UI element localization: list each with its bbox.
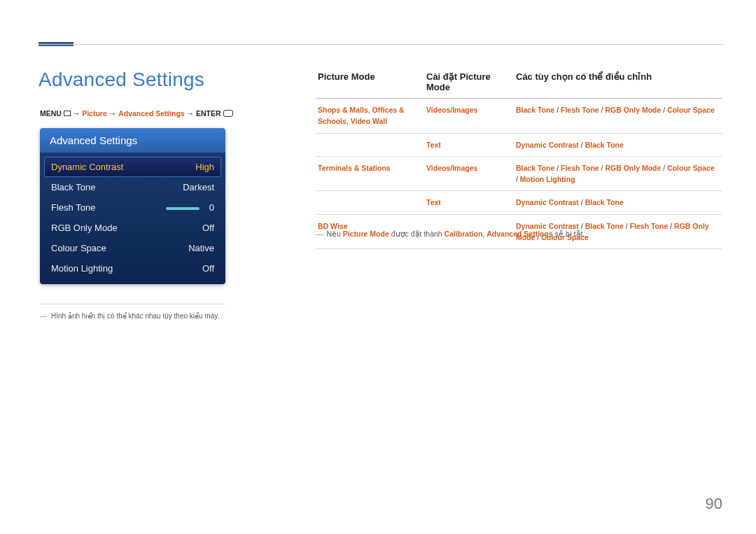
osd-row-label: RGB Only Mode: [51, 223, 118, 233]
footnote: ―Nếu Picture Mode được đặt thành Calibra…: [316, 230, 584, 238]
dash-icon: ―: [316, 230, 324, 238]
option-name: Black Tone: [516, 106, 554, 114]
breadcrumb-arrow: →: [187, 109, 196, 118]
footnote-pre: Nếu: [327, 230, 343, 238]
text-sep: /: [554, 164, 561, 172]
option-name: Black Tone: [585, 222, 624, 230]
osd-header: Advanced Settings: [40, 128, 225, 153]
osd-row-label: Motion Lighting: [51, 263, 113, 274]
osd-row-value-wrap: Native: [188, 243, 214, 253]
osd-row-value: Darkest: [183, 182, 214, 192]
osd-row-value-wrap: Darkest: [183, 182, 214, 192]
option-name: Dynamic Contrast: [516, 198, 579, 206]
osd-row-label: Black Tone: [51, 182, 95, 192]
osd-row[interactable]: Motion LightingOff: [44, 258, 221, 279]
option-name: Dynamic Contrast: [516, 141, 579, 149]
option-name: Colour Space: [667, 164, 715, 172]
osd-row[interactable]: RGB Only ModeOff: [44, 218, 221, 238]
mode-name: Video Wall: [351, 117, 388, 125]
th-picture-mode: Picture Mode: [316, 71, 425, 99]
option-name: Colour Space: [667, 106, 715, 114]
enter-icon: [223, 110, 233, 117]
osd-body: Dynamic ContrastHighBlack ToneDarkestFle…: [40, 153, 225, 284]
cell-setting: Text: [425, 133, 514, 156]
footnote-cal: Calibration: [444, 230, 483, 238]
osd-divider: [40, 304, 225, 304]
option-name: Black Tone: [516, 164, 554, 172]
breadcrumb-picture: Picture: [82, 109, 107, 118]
osd-row-label: Colour Space: [51, 243, 106, 253]
text-sep: /: [624, 222, 630, 230]
options-table: Picture Mode Cài đặt Picture Mode Các tù…: [316, 71, 722, 249]
osd-panel: Advanced Settings Dynamic ContrastHighBl…: [40, 128, 225, 284]
osd-row-value: 0: [209, 202, 214, 213]
osd-row-value-wrap: High: [195, 162, 214, 172]
breadcrumb: MENU → Picture → Advanced Settings → ENT…: [40, 109, 233, 118]
th-picture-mode-setting: Cài đặt Picture Mode: [425, 71, 514, 99]
osd-row-value: Off: [202, 263, 214, 274]
breadcrumb-enter: ENTER: [196, 109, 221, 118]
text-sep: /: [579, 198, 585, 206]
cell-mode: Shops & Malls, Offices & Schools, Video …: [316, 99, 425, 134]
option-name: Motion Lighting: [520, 175, 575, 183]
cell-mode: [316, 133, 425, 156]
cell-setting: Videos/Images: [425, 99, 514, 134]
table-row: Terminals & StationsVideos/ImagesBlack T…: [316, 156, 722, 191]
text-sep: /: [554, 106, 561, 114]
setting-name: Text: [426, 141, 441, 149]
osd-row-value-wrap: 0: [166, 202, 214, 213]
option-name: Flesh Tone: [561, 164, 599, 172]
mode-name: Terminals & Stations: [318, 164, 391, 172]
cell-mode: [316, 191, 425, 214]
table-row: TextDynamic Contrast / Black Tone: [316, 133, 722, 156]
osd-row-value: Off: [202, 223, 214, 233]
osd-row-value-wrap: Off: [202, 263, 214, 274]
footnote-adv: Advanced Settings: [486, 230, 553, 238]
cell-setting: Text: [425, 191, 514, 214]
cell-setting: Videos/Images: [425, 156, 514, 191]
osd-row-label: Flesh Tone: [51, 202, 95, 213]
osd-note: ―Hình ảnh hiển thị có thể khác nhau tùy …: [40, 312, 219, 320]
cell-mode: Terminals & Stations: [316, 156, 425, 191]
footnote-mid: được đặt thành: [389, 230, 444, 238]
breadcrumb-menu: MENU: [40, 109, 62, 118]
page-title: Advanced Settings: [38, 69, 204, 91]
osd-row-value-wrap: Off: [202, 223, 214, 233]
option-name: RGB Only Mode: [605, 106, 661, 114]
text-sep: /: [661, 106, 667, 114]
osd-row[interactable]: Flesh Tone0: [44, 197, 221, 218]
cell-options: Dynamic Contrast / Black Tone: [514, 191, 722, 214]
osd-row[interactable]: Black ToneDarkest: [44, 177, 221, 197]
setting-name: Videos/Images: [426, 106, 477, 114]
option-name: Black Tone: [585, 198, 624, 206]
setting-name: Videos/Images: [426, 164, 477, 172]
th-options: Các tùy chọn có thể điều chỉnh: [514, 71, 722, 99]
footnote-pm: Picture Mode: [343, 230, 389, 238]
text-sep: /: [668, 222, 674, 230]
osd-row-label: Dynamic Contrast: [51, 162, 123, 172]
option-name: RGB Only Mode: [605, 164, 661, 172]
osd-row[interactable]: Colour SpaceNative: [44, 238, 221, 258]
setting-name: Text: [426, 198, 441, 206]
osd-row[interactable]: Dynamic ContrastHigh: [44, 157, 221, 177]
cell-options: Dynamic Contrast / Black Tone: [514, 133, 722, 156]
header-divider: [38, 44, 724, 45]
mode-name: BD Wise: [318, 222, 348, 230]
osd-row-value: Native: [188, 243, 214, 253]
option-name: Dynamic Contrast: [516, 222, 579, 230]
osd-row-value: High: [195, 162, 214, 172]
table-row: TextDynamic Contrast / Black Tone: [316, 191, 722, 214]
cell-options: Black Tone / Flesh Tone / RGB Only Mode …: [514, 99, 722, 134]
breadcrumb-advanced: Advanced Settings: [118, 109, 185, 118]
text-sep: /: [579, 222, 585, 230]
breadcrumb-arrow: →: [109, 109, 118, 118]
option-name: Flesh Tone: [630, 222, 668, 230]
slider-icon: [166, 207, 200, 210]
option-name: Black Tone: [585, 141, 624, 149]
table-row: Shops & Malls, Offices & Schools, Video …: [316, 99, 722, 134]
footnote-post: sẽ bị tắt.: [553, 230, 585, 238]
dash-icon: ―: [40, 312, 48, 320]
text-sep: /: [661, 164, 667, 172]
text-sep: /: [579, 141, 585, 149]
page-number: 90: [706, 495, 722, 513]
